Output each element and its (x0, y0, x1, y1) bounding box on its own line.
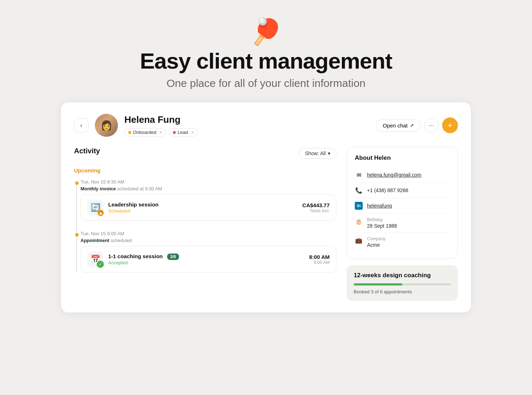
show-filter-button[interactable]: Show: All ▾ (299, 148, 336, 159)
timeline-desc-bold-1: Monthly invoice (81, 186, 116, 191)
main-card: ‹ 👩 Helena Fung Onboarded × Lead × (61, 102, 471, 312)
tag-lead-label: Lead (178, 130, 188, 135)
email-icon: ✉ (355, 171, 363, 179)
linkedin-icon: in (355, 202, 363, 210)
chevron-down-icon: ▾ (328, 150, 330, 156)
session-status-leadership: Scheduled (108, 208, 297, 214)
timeline-date-2: Tue, Nov 15 8:00 AM (81, 231, 336, 236)
card-body: Activity Show: All ▾ Upcoming Tue, Nov 1… (74, 147, 458, 301)
about-email[interactable]: helena.fung@gmail.com (367, 172, 421, 178)
timeline-date-text-1: Tue, Nov 15 9:30 AM (81, 179, 124, 185)
tag-list: Onboarded × Lead × (124, 128, 198, 136)
session-name-leadership: Leadership session (108, 201, 297, 208)
timeline-desc-rest-1: scheduled at 9:30 AM (117, 186, 162, 191)
about-birthday-info: Birthday 28 Sept 1988 (367, 217, 397, 229)
session-price-sub: Taxes incl. (302, 208, 330, 213)
company-label: Company (367, 236, 385, 241)
about-linkedin[interactable]: helenafung (367, 203, 392, 209)
session-card-coaching[interactable]: 📅 ✓ 1-1 coaching session 3/6 Accepted 8:… (81, 246, 336, 273)
timeline-dot-2 (75, 233, 79, 237)
program-card: 12-weeks design coaching Booked 3 of 6 a… (347, 265, 458, 301)
tag-lead[interactable]: Lead × (169, 128, 198, 136)
about-company-row: 💼 Company Acme (355, 233, 450, 251)
hero-icon: 🏓 (250, 19, 282, 45)
about-email-row: ✉ helena.fung@gmail.com (355, 167, 450, 183)
program-sub: Booked 3 of 6 appointments (354, 289, 451, 294)
session-count-badge: 3/6 (167, 254, 179, 260)
session-icon-leadership: 🔄 ⏰ (87, 200, 103, 215)
session-time-end: 9:00 AM (309, 260, 330, 265)
hero-title: Easy client management (140, 48, 392, 74)
timeline-desc-bold-2: Appointment (81, 238, 109, 243)
program-progress-fill (354, 283, 402, 285)
right-panel: About Helen ✉ helena.fung@gmail.com 📞 +1… (347, 147, 458, 301)
program-progress-bar (354, 283, 451, 285)
session-price-main: CA$443.77 (302, 202, 330, 208)
timeline-item-1: Tue, Nov 15 9:30 AM Monthly invoice sche… (81, 179, 336, 221)
tag-dot-lead (173, 131, 176, 134)
activity-panel: Activity Show: All ▾ Upcoming Tue, Nov 1… (74, 147, 336, 301)
accepted-check-icon: ✓ (97, 261, 104, 268)
tag-lead-close[interactable]: × (191, 130, 194, 135)
tag-onboarded-label: Onboarded (133, 130, 156, 135)
client-info: Helena Fung Onboarded × Lead × (124, 114, 198, 136)
session-card-leadership[interactable]: 🔄 ⏰ Leadership session Scheduled CA$443.… (81, 194, 336, 221)
timeline-item-2: Tue, Nov 15 8:00 AM Appointment schedule… (81, 231, 336, 273)
session-time-start: 8:00 AM (309, 254, 330, 260)
about-title: About Helen (355, 154, 450, 162)
about-phone: +1 (438) 887 9266 (367, 187, 408, 193)
avatar-image: 👩 (95, 114, 118, 137)
session-icon-coaching: 📅 ✓ (87, 251, 103, 267)
header-right: Open chat ↗ ··· + (376, 117, 458, 133)
phone-icon: 📞 (355, 186, 363, 194)
show-filter-label: Show: All (305, 150, 326, 156)
linkedin-logo: in (355, 202, 363, 210)
session-info-coaching: 1-1 coaching session 3/6 Accepted (108, 253, 304, 265)
activity-title: Activity (74, 147, 100, 155)
open-chat-button[interactable]: Open chat ↗ (376, 119, 421, 132)
session-info-leadership: Leadership session Scheduled (108, 201, 297, 214)
birthday-icon: 🎂 (355, 217, 363, 225)
birthday-value: 28 Sept 1988 (367, 223, 397, 229)
company-value: Acme (367, 242, 385, 248)
external-link-icon: ↗ (410, 123, 414, 128)
timeline: Tue, Nov 15 9:30 AM Monthly invoice sche… (74, 179, 336, 273)
tag-onboarded[interactable]: Onboarded × (124, 128, 166, 136)
timeline-desc-2: Appointment scheduled (81, 238, 336, 243)
back-button[interactable]: ‹ (74, 118, 88, 133)
header-left: ‹ 👩 Helena Fung Onboarded × Lead × (74, 114, 198, 137)
open-chat-label: Open chat (383, 122, 408, 129)
upcoming-label: Upcoming (74, 167, 336, 173)
timeline-desc-rest-2: scheduled (111, 238, 132, 243)
timeline-date-1: Tue, Nov 15 9:30 AM (81, 179, 336, 185)
timeline-desc-1: Monthly invoice scheduled at 9:30 AM (81, 186, 336, 191)
avatar: 👩 (95, 114, 118, 137)
card-header: ‹ 👩 Helena Fung Onboarded × Lead × (74, 114, 458, 137)
tag-onboarded-close[interactable]: × (160, 130, 162, 135)
birthday-label: Birthday (367, 217, 397, 222)
session-name-coaching: 1-1 coaching session 3/6 (108, 253, 304, 259)
session-time-coaching: 8:00 AM 9:00 AM (309, 254, 330, 265)
client-name: Helena Fung (124, 114, 198, 125)
about-company-info: Company Acme (367, 236, 385, 248)
session-price-leadership: CA$443.77 Taxes incl. (302, 202, 330, 213)
program-title: 12-weeks design coaching (354, 272, 451, 279)
hero-subtitle: One place for all of your client informa… (166, 77, 366, 89)
hero-section: 🏓 Easy client management One place for a… (0, 0, 532, 102)
more-button[interactable]: ··· (424, 118, 439, 133)
about-linkedin-row: in helenafung (355, 198, 450, 214)
timeline-date-text-2: Tue, Nov 15 8:00 AM (81, 231, 124, 236)
about-phone-row: 📞 +1 (438) 887 9266 (355, 183, 450, 198)
add-button[interactable]: + (442, 117, 458, 133)
about-birthday-row: 🎂 Birthday 28 Sept 1988 (355, 214, 450, 233)
tag-dot-onboarded (128, 131, 131, 134)
clock-badge-icon: ⏰ (97, 210, 104, 216)
timeline-dot-1 (75, 181, 79, 185)
company-icon: 💼 (355, 236, 363, 244)
about-card: About Helen ✉ helena.fung@gmail.com 📞 +1… (347, 147, 458, 259)
session-status-coaching: Accepted (108, 260, 304, 265)
